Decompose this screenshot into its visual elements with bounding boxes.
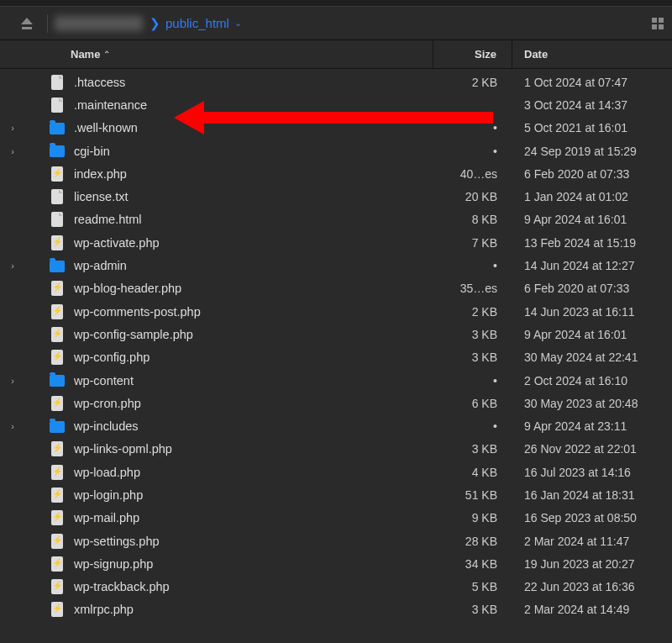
php-file-icon (51, 602, 63, 617)
file-row[interactable]: wp-blog-header.php35…es6 Feb 2020 at 07:… (2, 277, 672, 300)
file-row[interactable]: wp-trackback.php5 KB22 Jun 2023 at 16:36 (2, 576, 672, 598)
eject-icon[interactable] (20, 18, 34, 29)
file-date: 1 Jan 2024 at 01:02 (512, 190, 672, 203)
php-file-icon (51, 510, 63, 525)
file-date: 3 Oct 2024 at 14:37 (512, 98, 672, 112)
disclosure-triangle-icon[interactable]: › (2, 146, 24, 156)
disclosure-triangle-icon[interactable]: › (2, 376, 24, 386)
file-date: 6 Feb 2020 at 07:33 (512, 167, 672, 181)
disclosure-triangle-icon[interactable]: › (2, 123, 24, 133)
folder-icon (50, 261, 65, 272)
file-row[interactable]: wp-config.php3 KB30 May 2024 at 22:41 (2, 346, 672, 369)
column-header-size-label: Size (475, 48, 496, 61)
file-row[interactable]: index.php40…es6 Feb 2020 at 07:33 (2, 162, 672, 185)
php-file-icon (51, 534, 63, 549)
folder-icon (50, 375, 65, 387)
file-row[interactable]: license.txt20 KB1 Jan 2024 at 01:02 (2, 185, 672, 208)
file-row[interactable]: wp-mail.php9 KB16 Sep 2023 at 08:50 (2, 507, 672, 530)
file-name: wp-settings.php (74, 535, 433, 548)
file-size: 20 KB (433, 190, 512, 203)
file-row[interactable]: wp-links-opml.php3 KB26 Nov 2022 at 22:0… (2, 438, 672, 461)
file-icon (51, 75, 63, 90)
file-size: 34 KB (433, 557, 512, 571)
file-date: 9 Apr 2024 at 16:01 (512, 328, 672, 341)
file-row[interactable]: ›wp-content•2 Oct 2024 at 16:10 (2, 369, 672, 392)
chevron-down-icon[interactable]: ⌄ (234, 18, 242, 29)
php-file-icon (51, 579, 63, 594)
file-size: 3 KB (433, 350, 512, 364)
file-date: 30 May 2024 at 22:41 (512, 350, 672, 364)
file-size: • (433, 145, 512, 158)
file-name: wp-includes (74, 419, 433, 433)
file-row[interactable]: wp-cron.php6 KB30 May 2023 at 20:48 (2, 392, 672, 414)
file-size: 6 KB (433, 397, 512, 410)
file-row[interactable]: wp-config-sample.php3 KB9 Apr 2024 at 16… (2, 323, 672, 345)
column-header-name[interactable]: Name ⌃ (0, 40, 433, 68)
file-size: 40…es (433, 167, 512, 181)
file-name: wp-trackback.php (74, 580, 433, 593)
file-name: readme.html (74, 213, 433, 226)
folder-icon (50, 421, 65, 433)
file-size: • (433, 419, 512, 433)
file-date: 26 Nov 2022 at 22:01 (512, 442, 672, 456)
file-date: 30 May 2023 at 20:48 (512, 397, 672, 410)
file-row[interactable]: xmlrpc.php3 KB2 Mar 2024 at 14:49 (2, 598, 672, 621)
column-header-date[interactable]: Date (512, 40, 672, 68)
file-row[interactable]: ›wp-includes•9 Apr 2024 at 23:11 (2, 414, 672, 437)
disclosure-triangle-icon[interactable]: › (2, 261, 24, 271)
file-date: 2 Mar 2024 at 11:47 (512, 535, 672, 548)
file-row[interactable]: .maintenance3 Oct 2024 at 14:37 (2, 93, 672, 116)
file-size: 4 KB (433, 466, 512, 479)
file-row[interactable]: wp-login.php51 KB16 Jan 2024 at 18:31 (2, 483, 672, 506)
file-size: 3 KB (433, 603, 512, 616)
file-size: 9 KB (433, 511, 512, 524)
separator (47, 14, 48, 33)
file-row[interactable]: wp-activate.php7 KB13 Feb 2024 at 15:19 (2, 231, 672, 254)
column-header-size[interactable]: Size (433, 40, 512, 68)
file-date: 9 Apr 2024 at 23:11 (512, 419, 672, 433)
grid-view-icon[interactable] (652, 18, 664, 29)
file-date: 24 Sep 2019 at 15:29 (512, 145, 672, 158)
file-size: 3 KB (433, 442, 512, 456)
file-row[interactable]: wp-comments-post.php2 KB14 Jun 2023 at 1… (2, 300, 672, 323)
file-size: 8 KB (433, 213, 512, 226)
disclosure-triangle-icon[interactable]: › (2, 421, 24, 431)
file-size: 35…es (433, 282, 512, 295)
file-icon (51, 189, 63, 204)
file-name: cgi-bin (74, 145, 433, 158)
php-file-icon (51, 396, 63, 411)
file-name: .well-known (74, 121, 433, 134)
file-name: wp-cron.php (74, 397, 433, 410)
file-name: wp-config.php (74, 350, 433, 364)
file-row[interactable]: wp-settings.php28 KB2 Mar 2024 at 11:47 (2, 530, 672, 552)
file-size: 3 KB (433, 328, 512, 341)
file-row[interactable]: .htaccess2 KB1 Oct 2024 at 07:47 (2, 71, 672, 93)
breadcrumb-current[interactable]: public_html (165, 16, 229, 30)
breadcrumb-separator-icon: ❯ (150, 16, 160, 31)
file-name: wp-blog-header.php (74, 282, 433, 295)
file-row[interactable]: ›.well-known•5 Oct 2021 at 16:01 (2, 117, 672, 140)
file-name: wp-content (74, 374, 433, 387)
file-date: 13 Feb 2024 at 15:19 (512, 236, 672, 250)
file-name: wp-signup.php (74, 557, 433, 571)
file-row[interactable]: wp-load.php4 KB16 Jul 2023 at 14:16 (2, 461, 672, 483)
file-date: 16 Jul 2023 at 14:16 (512, 466, 672, 479)
file-list: .htaccess2 KB1 Oct 2024 at 07:47.mainten… (0, 69, 672, 621)
file-date: 1 Oct 2024 at 07:47 (512, 76, 672, 89)
php-file-icon (51, 166, 63, 182)
file-row[interactable]: ›cgi-bin•24 Sep 2019 at 15:29 (2, 140, 672, 162)
file-row[interactable]: wp-signup.php34 KB19 Jun 2023 at 20:27 (2, 552, 672, 575)
php-file-icon (51, 235, 63, 250)
column-header-date-label: Date (524, 48, 548, 61)
column-header-row: Name ⌃ Size Date (0, 40, 672, 69)
file-name: .htaccess (74, 76, 433, 89)
file-row[interactable]: ›wp-admin•14 Jun 2024 at 12:27 (2, 254, 672, 277)
toolbar: ❯ public_html ⌄ (0, 7, 672, 40)
file-date: 14 Jun 2023 at 16:11 (512, 305, 672, 319)
file-size: • (433, 121, 512, 134)
php-file-icon (51, 488, 63, 503)
file-date: 16 Jan 2024 at 18:31 (512, 488, 672, 502)
file-row[interactable]: readme.html8 KB9 Apr 2024 at 16:01 (2, 208, 672, 231)
php-file-icon (51, 304, 63, 319)
file-date: 2 Mar 2024 at 14:49 (512, 603, 672, 616)
